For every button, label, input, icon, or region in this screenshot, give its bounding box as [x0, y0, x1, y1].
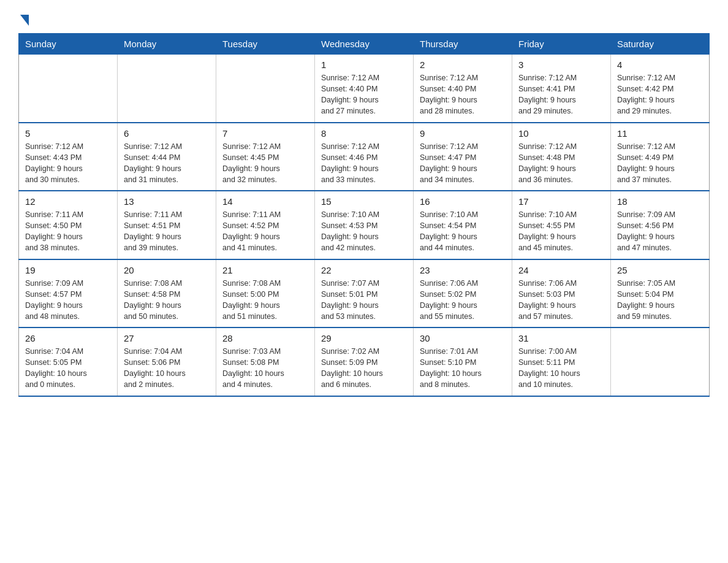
day-info: Sunrise: 7:12 AM Sunset: 4:40 PM Dayligh… — [321, 72, 407, 117]
week-row-2: 5Sunrise: 7:12 AM Sunset: 4:43 PM Daylig… — [19, 123, 710, 191]
day-number: 29 — [321, 333, 407, 343]
header-monday: Monday — [118, 34, 216, 55]
calendar-cell: 26Sunrise: 7:04 AM Sunset: 5:05 PM Dayli… — [19, 327, 118, 396]
day-number: 30 — [420, 333, 506, 343]
calendar-cell: 13Sunrise: 7:11 AM Sunset: 4:51 PM Dayli… — [118, 191, 216, 259]
day-number: 26 — [25, 333, 111, 343]
day-number: 27 — [124, 333, 210, 343]
calendar-cell — [118, 55, 216, 123]
day-number: 9 — [420, 128, 506, 139]
calendar-cell: 25Sunrise: 7:05 AM Sunset: 5:04 PM Dayli… — [611, 259, 710, 328]
day-number: 12 — [25, 196, 111, 207]
day-info: Sunrise: 7:02 AM Sunset: 5:09 PM Dayligh… — [321, 346, 407, 391]
calendar-cell: 3Sunrise: 7:12 AM Sunset: 4:41 PM Daylig… — [512, 55, 611, 123]
calendar-cell: 18Sunrise: 7:09 AM Sunset: 4:56 PM Dayli… — [611, 191, 710, 259]
calendar-cell: 4Sunrise: 7:12 AM Sunset: 4:42 PM Daylig… — [611, 55, 710, 123]
day-info: Sunrise: 7:10 AM Sunset: 4:55 PM Dayligh… — [518, 209, 604, 254]
calendar-cell: 24Sunrise: 7:06 AM Sunset: 5:03 PM Dayli… — [512, 259, 611, 328]
day-number: 3 — [518, 59, 604, 70]
header-saturday: Saturday — [611, 34, 710, 55]
calendar-cell: 23Sunrise: 7:06 AM Sunset: 5:02 PM Dayli… — [414, 259, 512, 328]
day-info: Sunrise: 7:10 AM Sunset: 4:53 PM Dayligh… — [321, 209, 407, 254]
day-info: Sunrise: 7:08 AM Sunset: 4:58 PM Dayligh… — [124, 278, 210, 323]
calendar-cell: 10Sunrise: 7:12 AM Sunset: 4:48 PM Dayli… — [512, 123, 611, 191]
day-number: 20 — [124, 265, 210, 275]
day-info: Sunrise: 7:12 AM Sunset: 4:44 PM Dayligh… — [124, 141, 210, 186]
week-row-5: 26Sunrise: 7:04 AM Sunset: 5:05 PM Dayli… — [19, 327, 710, 396]
day-info: Sunrise: 7:08 AM Sunset: 5:00 PM Dayligh… — [222, 278, 308, 323]
day-info: Sunrise: 7:12 AM Sunset: 4:43 PM Dayligh… — [25, 141, 111, 186]
calendar-cell: 22Sunrise: 7:07 AM Sunset: 5:01 PM Dayli… — [315, 259, 414, 328]
day-number: 14 — [222, 196, 308, 207]
day-info: Sunrise: 7:05 AM Sunset: 5:04 PM Dayligh… — [617, 278, 703, 323]
calendar-cell — [216, 55, 315, 123]
day-number: 5 — [25, 128, 111, 139]
day-number: 18 — [617, 196, 703, 207]
week-row-1: 1Sunrise: 7:12 AM Sunset: 4:40 PM Daylig… — [19, 55, 710, 123]
day-info: Sunrise: 7:04 AM Sunset: 5:05 PM Dayligh… — [25, 346, 111, 391]
day-info: Sunrise: 7:09 AM Sunset: 4:57 PM Dayligh… — [25, 278, 111, 323]
header-friday: Friday — [512, 34, 611, 55]
calendar-cell: 12Sunrise: 7:11 AM Sunset: 4:50 PM Dayli… — [19, 191, 118, 259]
calendar-cell: 29Sunrise: 7:02 AM Sunset: 5:09 PM Dayli… — [315, 327, 414, 396]
day-info: Sunrise: 7:00 AM Sunset: 5:11 PM Dayligh… — [518, 346, 604, 391]
day-info: Sunrise: 7:07 AM Sunset: 5:01 PM Dayligh… — [321, 278, 407, 323]
day-info: Sunrise: 7:11 AM Sunset: 4:52 PM Dayligh… — [222, 209, 308, 254]
day-number: 2 — [420, 59, 506, 70]
calendar-cell: 28Sunrise: 7:03 AM Sunset: 5:08 PM Dayli… — [216, 327, 315, 396]
header-thursday: Thursday — [414, 34, 512, 55]
day-info: Sunrise: 7:12 AM Sunset: 4:48 PM Dayligh… — [518, 141, 604, 186]
day-number: 31 — [518, 333, 604, 343]
day-number: 22 — [321, 265, 407, 275]
day-number: 21 — [222, 265, 308, 275]
day-number: 1 — [321, 59, 407, 70]
calendar-cell: 21Sunrise: 7:08 AM Sunset: 5:00 PM Dayli… — [216, 259, 315, 328]
calendar-cell: 5Sunrise: 7:12 AM Sunset: 4:43 PM Daylig… — [19, 123, 118, 191]
day-number: 15 — [321, 196, 407, 207]
day-info: Sunrise: 7:12 AM Sunset: 4:49 PM Dayligh… — [617, 141, 703, 186]
day-info: Sunrise: 7:12 AM Sunset: 4:46 PM Dayligh… — [321, 141, 407, 186]
logo-arrow-icon — [20, 15, 29, 26]
calendar-header-row: SundayMondayTuesdayWednesdayThursdayFrid… — [19, 34, 710, 55]
calendar-cell: 31Sunrise: 7:00 AM Sunset: 5:11 PM Dayli… — [512, 327, 611, 396]
week-row-4: 19Sunrise: 7:09 AM Sunset: 4:57 PM Dayli… — [19, 259, 710, 328]
calendar-cell: 19Sunrise: 7:09 AM Sunset: 4:57 PM Dayli… — [19, 259, 118, 328]
page-header — [18, 12, 710, 23]
calendar-cell: 11Sunrise: 7:12 AM Sunset: 4:49 PM Dayli… — [611, 123, 710, 191]
calendar-cell: 7Sunrise: 7:12 AM Sunset: 4:45 PM Daylig… — [216, 123, 315, 191]
day-info: Sunrise: 7:12 AM Sunset: 4:41 PM Dayligh… — [518, 72, 604, 117]
day-info: Sunrise: 7:03 AM Sunset: 5:08 PM Dayligh… — [222, 346, 308, 391]
day-info: Sunrise: 7:12 AM Sunset: 4:40 PM Dayligh… — [420, 72, 506, 117]
day-number: 23 — [420, 265, 506, 275]
day-number: 13 — [124, 196, 210, 207]
calendar-cell: 17Sunrise: 7:10 AM Sunset: 4:55 PM Dayli… — [512, 191, 611, 259]
calendar-cell: 9Sunrise: 7:12 AM Sunset: 4:47 PM Daylig… — [414, 123, 512, 191]
calendar-cell: 20Sunrise: 7:08 AM Sunset: 4:58 PM Dayli… — [118, 259, 216, 328]
day-number: 28 — [222, 333, 308, 343]
calendar-table: SundayMondayTuesdayWednesdayThursdayFrid… — [18, 33, 710, 397]
day-number: 19 — [25, 265, 111, 275]
day-number: 4 — [617, 59, 703, 70]
calendar-cell: 27Sunrise: 7:04 AM Sunset: 5:06 PM Dayli… — [118, 327, 216, 396]
day-number: 17 — [518, 196, 604, 207]
calendar-cell — [19, 55, 118, 123]
day-number: 10 — [518, 128, 604, 139]
calendar-cell: 30Sunrise: 7:01 AM Sunset: 5:10 PM Dayli… — [414, 327, 512, 396]
day-number: 7 — [222, 128, 308, 139]
header-tuesday: Tuesday — [216, 34, 315, 55]
calendar-cell: 8Sunrise: 7:12 AM Sunset: 4:46 PM Daylig… — [315, 123, 414, 191]
day-info: Sunrise: 7:06 AM Sunset: 5:02 PM Dayligh… — [420, 278, 506, 323]
day-info: Sunrise: 7:12 AM Sunset: 4:47 PM Dayligh… — [420, 141, 506, 186]
day-info: Sunrise: 7:12 AM Sunset: 4:45 PM Dayligh… — [222, 141, 308, 186]
day-number: 16 — [420, 196, 506, 207]
week-row-3: 12Sunrise: 7:11 AM Sunset: 4:50 PM Dayli… — [19, 191, 710, 259]
day-info: Sunrise: 7:10 AM Sunset: 4:54 PM Dayligh… — [420, 209, 506, 254]
calendar-cell: 15Sunrise: 7:10 AM Sunset: 4:53 PM Dayli… — [315, 191, 414, 259]
calendar-cell: 16Sunrise: 7:10 AM Sunset: 4:54 PM Dayli… — [414, 191, 512, 259]
day-info: Sunrise: 7:06 AM Sunset: 5:03 PM Dayligh… — [518, 278, 604, 323]
calendar-cell: 14Sunrise: 7:11 AM Sunset: 4:52 PM Dayli… — [216, 191, 315, 259]
header-wednesday: Wednesday — [315, 34, 414, 55]
logo — [18, 12, 29, 23]
calendar-cell: 1Sunrise: 7:12 AM Sunset: 4:40 PM Daylig… — [315, 55, 414, 123]
day-info: Sunrise: 7:11 AM Sunset: 4:51 PM Dayligh… — [124, 209, 210, 254]
